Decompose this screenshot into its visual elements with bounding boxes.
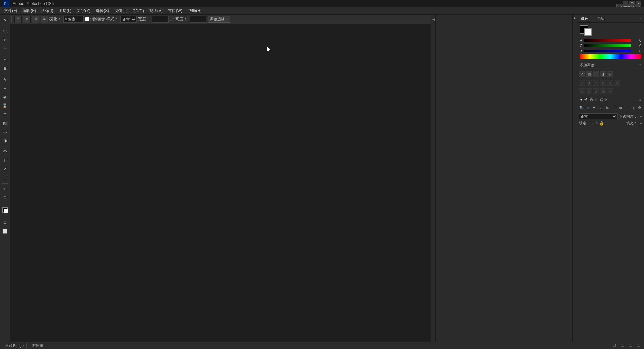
layers-filter-btn[interactable]: ▼ bbox=[591, 105, 597, 111]
layers-link-btn[interactable]: ⊕ bbox=[598, 105, 604, 111]
new-selection-btn[interactable]: □ bbox=[14, 16, 22, 23]
paths-tab[interactable]: 路径 bbox=[600, 97, 607, 102]
exposure-adj[interactable]: ◑ bbox=[600, 71, 606, 77]
menu-layer[interactable]: 图层(L) bbox=[56, 7, 74, 14]
menu-edit[interactable]: 编辑(E) bbox=[20, 7, 39, 14]
smooth-checkbox[interactable] bbox=[85, 17, 89, 21]
spectrum-bar[interactable] bbox=[580, 54, 641, 59]
menu-window[interactable]: 窗口(W) bbox=[165, 7, 185, 14]
status-icon-1[interactable]: ❐ bbox=[612, 343, 617, 348]
right-expand-button[interactable]: ▶ bbox=[574, 16, 576, 20]
channels-tab[interactable]: 通道 bbox=[590, 97, 597, 102]
layers-search-btn[interactable]: 🔍 bbox=[578, 105, 584, 111]
color-panel-body: R 0 G 0 B 0 bbox=[577, 23, 644, 61]
titlebar: Ps Adobe Photoshop CS6 基本功能 — ❐ ✕ bbox=[0, 0, 644, 7]
color-tab[interactable]: 颜色 bbox=[580, 15, 590, 22]
add-selection-btn[interactable]: ⊕ bbox=[23, 16, 31, 23]
background-color[interactable] bbox=[4, 209, 8, 213]
b-slider[interactable] bbox=[584, 50, 631, 52]
move-tool[interactable]: ↖ bbox=[1, 16, 9, 24]
menu-help[interactable]: 帮助(H) bbox=[185, 7, 204, 14]
width-input[interactable] bbox=[152, 16, 169, 23]
menu-view[interactable]: 视图(V) bbox=[147, 7, 165, 14]
color-swatch-area bbox=[1, 206, 9, 214]
lock-all-icon[interactable]: 🔒 bbox=[599, 121, 604, 126]
r-slider[interactable] bbox=[584, 39, 631, 42]
blur-tool[interactable]: ◌ bbox=[1, 128, 9, 136]
subtract-selection-btn[interactable]: ⊖ bbox=[32, 16, 39, 23]
adjustments-expand[interactable]: ≡ bbox=[639, 63, 641, 67]
lock-move-icon[interactable]: ✎ bbox=[595, 121, 598, 126]
stamp-tool[interactable]: ◈ bbox=[1, 93, 9, 101]
g-value: 0 bbox=[632, 44, 641, 48]
magic-wand-tool[interactable]: ⊹ bbox=[1, 45, 9, 53]
path-select-tool[interactable]: ↗ bbox=[1, 165, 9, 173]
opacity-expand[interactable]: ≡ bbox=[640, 114, 642, 118]
shape-tool[interactable]: □ bbox=[1, 174, 9, 182]
feather-input[interactable] bbox=[63, 16, 84, 23]
g-slider[interactable] bbox=[584, 44, 631, 47]
intersect-selection-btn[interactable]: ⊗ bbox=[41, 16, 48, 23]
curves-adj[interactable]: ⌒ bbox=[593, 71, 599, 77]
status-icon-3[interactable]: ❐ bbox=[628, 343, 633, 348]
vibrance-adj[interactable]: ▽ bbox=[607, 71, 613, 77]
collapse-button[interactable]: ◀ bbox=[431, 16, 435, 23]
adjustments-row1: ☀ ▤ ⌒ ◑ ▽ bbox=[577, 69, 644, 78]
brush-tool[interactable]: ⌐ bbox=[1, 84, 9, 92]
menu-select[interactable]: 选择(S) bbox=[93, 7, 112, 14]
style-select[interactable]: 正常 bbox=[120, 16, 137, 23]
menu-text[interactable]: 文字(Y) bbox=[74, 7, 93, 14]
marquee-tool[interactable]: ⬚ bbox=[1, 27, 9, 35]
dodge-tool[interactable]: ◑ bbox=[1, 137, 9, 145]
timeline-tab[interactable]: 时间轴 bbox=[30, 342, 46, 349]
status-icon-4[interactable]: ❐ bbox=[636, 343, 641, 348]
mini-bridge-tab[interactable]: Mini Bridge bbox=[3, 343, 27, 348]
menu-file[interactable]: 文件(F) bbox=[1, 7, 20, 14]
color-panel-expand[interactable]: ≡ bbox=[640, 17, 641, 20]
menu-image[interactable]: 图像(I) bbox=[39, 7, 56, 14]
fill-expand[interactable]: ≡ bbox=[640, 121, 642, 126]
adjust-edges-btn[interactable]: 调整边缘... bbox=[208, 16, 230, 23]
menu-filter[interactable]: 滤镜(T) bbox=[112, 7, 130, 14]
heal-brush-tool[interactable]: ✎ bbox=[1, 76, 9, 84]
lock-pixels-icon[interactable]: ⊡ bbox=[591, 121, 594, 126]
layers-kind-btn[interactable]: ⊞ bbox=[585, 105, 590, 111]
status-icon-2[interactable]: ❐ bbox=[620, 343, 625, 348]
gradient-tool[interactable]: ▨ bbox=[1, 119, 9, 127]
text-tool[interactable]: T bbox=[1, 156, 9, 164]
swatches-tab[interactable]: 色板 bbox=[596, 15, 606, 22]
layers-panel: 图层 通道 路径 ≡ 🔍 ⊞ ▼ ⊕ fx ⊡ ◑ □ + 🗑 正常 不透明度：… bbox=[577, 96, 644, 349]
layers-delete-btn[interactable]: 🗑 bbox=[637, 105, 643, 111]
quick-mask-tool[interactable]: ⊡ bbox=[1, 218, 9, 227]
layers-mask-btn[interactable]: ⊡ bbox=[611, 105, 617, 111]
menu-3d[interactable]: 3D(D) bbox=[130, 8, 147, 14]
swap-icon[interactable]: ⇄ bbox=[170, 17, 174, 22]
crop-tool[interactable]: ✂ bbox=[1, 56, 9, 64]
layers-fx-btn[interactable]: fx bbox=[605, 105, 610, 111]
brightness-adj[interactable]: ☀ bbox=[579, 71, 585, 77]
lock-icons: ⊡ ✎ 🔒 bbox=[591, 121, 604, 126]
hand-tool[interactable]: ☜ bbox=[1, 185, 9, 193]
history-brush-tool[interactable]: ⌛ bbox=[1, 102, 9, 110]
levels-adj[interactable]: ▤ bbox=[586, 71, 592, 77]
pen-tool[interactable]: ⬠ bbox=[1, 148, 9, 156]
tool-separator-2 bbox=[2, 54, 8, 54]
layers-panel-expand[interactable]: ≡ bbox=[639, 98, 641, 102]
lasso-tool[interactable]: ⌖ bbox=[1, 36, 9, 44]
zoom-tool[interactable]: ⊙ bbox=[1, 194, 9, 202]
height-input[interactable] bbox=[190, 16, 206, 23]
right-expand-bar: ▶ bbox=[572, 15, 577, 349]
bw-adj: ⊟ bbox=[593, 80, 599, 86]
adjustments-panel: 添加调整 ≡ ☀ ▤ ⌒ ◑ ▽ ⊞ ◑ ⊟ ◈ ⊕ ⊗ ⊡ ⊘ ⊛ ▨ ◎ bbox=[577, 61, 644, 96]
screen-mode-tool[interactable]: ⬜ bbox=[1, 227, 9, 235]
blend-mode-select[interactable]: 正常 bbox=[579, 113, 618, 119]
layers-tab[interactable]: 图层 bbox=[580, 97, 587, 102]
invert-adj: ⊡ bbox=[579, 88, 585, 94]
bg-swatch[interactable] bbox=[584, 28, 592, 36]
style-label: 样式： bbox=[106, 16, 118, 22]
eraser-tool[interactable]: ◻ bbox=[1, 110, 9, 118]
layers-new-btn[interactable]: + bbox=[631, 105, 636, 111]
layers-adjust-btn[interactable]: ◑ bbox=[618, 105, 623, 111]
layers-group-btn[interactable]: □ bbox=[624, 105, 630, 111]
eyedropper-tool[interactable]: ⊕ bbox=[1, 64, 9, 72]
